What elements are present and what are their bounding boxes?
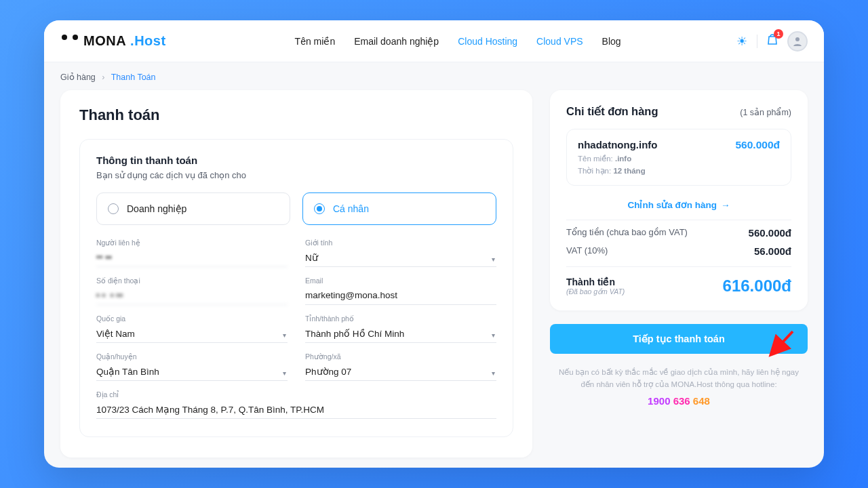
page-title: Thanh toán bbox=[79, 106, 513, 124]
hotline-p3: 648 bbox=[693, 395, 710, 407]
gender-label: Giới tính bbox=[305, 239, 496, 247]
theme-toggle-icon[interactable]: ☀ bbox=[736, 34, 747, 49]
email-label: Email bbox=[305, 277, 496, 285]
order-item: nhadatnong.info 560.000đ Tên miền: .info… bbox=[566, 129, 791, 186]
order-summary: Chi tiết đơn hàng (1 sản phẩm) nhadatnon… bbox=[550, 90, 808, 310]
account-type-row: Doanh nghiệp Cá nhân bbox=[96, 192, 496, 225]
subtotal-label: Tổng tiền (chưa bao gồm VAT) bbox=[566, 227, 688, 239]
term-value: 12 tháng bbox=[613, 167, 645, 175]
phone-label: Số điện thoại bbox=[96, 277, 288, 285]
district-label: Quận/huyện bbox=[96, 352, 288, 361]
billing-title: Thông tin thanh toán bbox=[96, 155, 496, 166]
arrow-right-icon: → bbox=[721, 200, 730, 210]
cart-badge: 1 bbox=[774, 29, 783, 39]
ward-label: Phường/xã bbox=[305, 352, 496, 361]
edit-order-link[interactable]: Chỉnh sửa đơn hàng → bbox=[566, 195, 791, 220]
type-business[interactable]: Doanh nghiệp bbox=[96, 192, 290, 225]
tld-label: Tên miền: bbox=[578, 155, 613, 163]
total-label: Thành tiền bbox=[566, 277, 625, 287]
edit-order-label: Chỉnh sửa đơn hàng bbox=[628, 199, 717, 210]
contact-label: Người liên hệ bbox=[96, 239, 288, 247]
type-personal-label: Cá nhân bbox=[333, 203, 369, 214]
radio-icon bbox=[314, 203, 325, 214]
divider bbox=[757, 35, 757, 48]
email-input[interactable] bbox=[305, 287, 496, 305]
address-label: Địa chỉ bbox=[96, 390, 496, 399]
brand-part2: .Host bbox=[130, 33, 166, 49]
radio-icon bbox=[108, 203, 119, 214]
vat-label: VAT (10%) bbox=[566, 245, 608, 257]
nav-item-hosting[interactable]: Cloud Hosting bbox=[458, 36, 517, 47]
brand-part1: MONA bbox=[83, 33, 126, 49]
main-nav: Tên miền Email doanh nghiệp Cloud Hostin… bbox=[295, 36, 621, 47]
breadcrumb-current: Thanh Toán bbox=[111, 73, 156, 82]
order-price: 560.000đ bbox=[736, 139, 781, 151]
logo[interactable]: MONA.Host bbox=[60, 33, 166, 49]
checkout-card: Thanh toán Thông tin thanh toán Bạn sử d… bbox=[60, 90, 532, 458]
vat-value: 56.000đ bbox=[754, 245, 791, 257]
total-sublabel: (Đã bao gồm VAT) bbox=[566, 287, 625, 296]
chevron-right-icon: › bbox=[102, 73, 104, 82]
avatar[interactable] bbox=[787, 31, 808, 52]
address-input[interactable] bbox=[96, 401, 496, 419]
phone-input[interactable] bbox=[96, 287, 288, 305]
nav-item-domain[interactable]: Tên miền bbox=[295, 36, 336, 47]
term-label: Thời hạn: bbox=[578, 167, 611, 175]
summary-count: (1 sản phẩm) bbox=[740, 107, 791, 117]
hotline-p1: 1900 bbox=[648, 395, 670, 407]
helper-text: Nếu bạn có bất kỳ thắc mắc về giao dịch … bbox=[550, 366, 808, 391]
order-domain: nhadatnong.info bbox=[578, 139, 657, 150]
summary-title: Chi tiết đơn hàng bbox=[566, 105, 658, 118]
nav-item-email[interactable]: Email doanh nghiệp bbox=[354, 36, 439, 47]
subtotal-value: 560.000đ bbox=[749, 227, 791, 239]
hotline[interactable]: 1900 636 648 bbox=[550, 395, 808, 407]
province-label: Tỉnh/thành phố bbox=[305, 314, 496, 323]
country-select[interactable] bbox=[96, 325, 288, 343]
total-value: 616.000đ bbox=[723, 277, 791, 296]
continue-checkout-button[interactable]: Tiếp tục thanh toán bbox=[550, 324, 808, 354]
ward-select[interactable] bbox=[305, 363, 496, 381]
type-business-label: Doanh nghiệp bbox=[127, 203, 186, 214]
nav-item-vps[interactable]: Cloud VPS bbox=[536, 36, 583, 47]
hotline-p2: 636 bbox=[673, 395, 690, 407]
nav-item-blog[interactable]: Blog bbox=[602, 36, 621, 47]
billing-subtitle: Bạn sử dụng các dịch vụ đã chọn cho bbox=[96, 170, 496, 180]
district-select[interactable] bbox=[96, 363, 288, 381]
contact-input[interactable] bbox=[96, 249, 288, 267]
svg-point-0 bbox=[795, 37, 800, 41]
province-select[interactable] bbox=[305, 325, 496, 343]
billing-info: Thông tin thanh toán Bạn sử dụng các dịc… bbox=[79, 139, 513, 437]
breadcrumb-root[interactable]: Giỏ hàng bbox=[60, 73, 96, 82]
type-personal[interactable]: Cá nhân bbox=[302, 192, 496, 225]
country-label: Quốc gia bbox=[96, 314, 288, 323]
cart-icon[interactable]: 1 bbox=[767, 33, 778, 49]
gender-select[interactable] bbox=[305, 249, 496, 267]
panda-icon bbox=[60, 35, 79, 48]
tld-value: .info bbox=[615, 155, 631, 163]
header-right: ☀ 1 bbox=[736, 31, 808, 52]
breadcrumb: Giỏ hàng › Thanh Toán bbox=[44, 62, 824, 86]
header: MONA.Host Tên miền Email doanh nghiệp Cl… bbox=[44, 20, 824, 62]
